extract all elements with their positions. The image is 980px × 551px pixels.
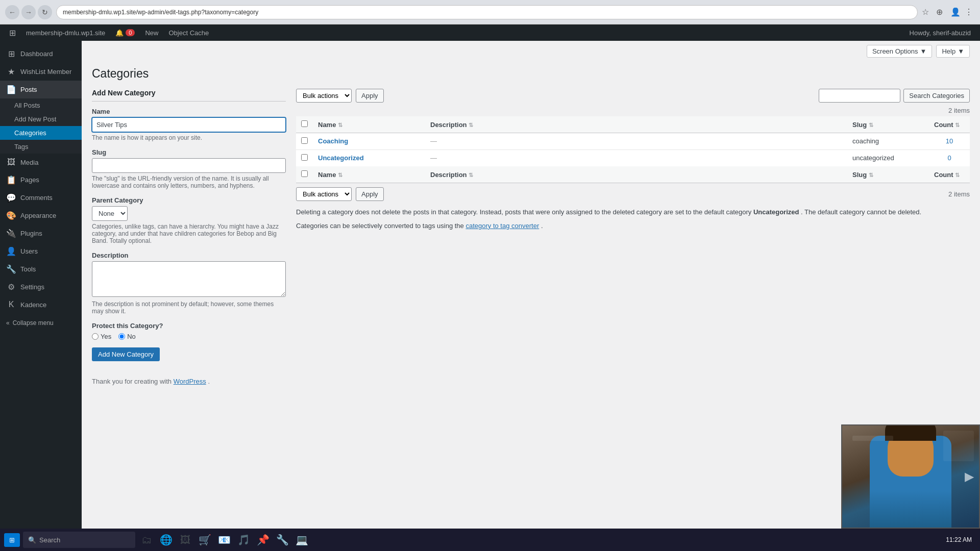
th-checkbox (296, 116, 313, 133)
admin-bar-new[interactable]: New (140, 24, 163, 41)
sidebar-item-dashboard[interactable]: ⊞ Dashboard (0, 45, 82, 63)
taskbar-search[interactable]: 🔍 Search (23, 532, 135, 548)
sidebar-item-settings[interactable]: ⚙ Settings (0, 278, 82, 296)
slug-group: Slug The "slug" is the URL-friendly vers… (92, 148, 286, 189)
taskbar-browser-icon[interactable]: 🌐 (158, 532, 174, 548)
wp-logo[interactable]: ⊞ (4, 24, 21, 41)
apply-top-button[interactable]: Apply (356, 89, 384, 103)
row1-name-link[interactable]: Coaching (318, 137, 348, 145)
sidebar-item-all-posts[interactable]: All Posts (0, 98, 82, 112)
forward-button[interactable]: → (21, 5, 36, 19)
th-count[interactable]: Count ⇅ (929, 116, 970, 133)
taskbar-music-icon[interactable]: 🎵 (235, 532, 252, 548)
windows-icon: ⊞ (9, 536, 15, 544)
collapse-menu[interactable]: « Collapse menu (0, 313, 82, 333)
tfoot-desc-sort: ⇅ (469, 172, 473, 178)
category-notes: Deleting a category does not delete the … (296, 207, 970, 232)
sidebar-item-tools[interactable]: 🔧 Tools (0, 260, 82, 278)
taskbar-explorer-icon[interactable]: 🗂 (138, 532, 155, 548)
wp-admin-bar: ⊞ membership-dmlu.wp1.site 🔔 0 New Objec… (0, 24, 980, 41)
comments-icon: 💬 (6, 193, 16, 203)
wordpress-link[interactable]: WordPress (174, 378, 206, 385)
table-row: Uncategorized — uncategorized 0 (296, 150, 970, 167)
sidebar-item-tags[interactable]: Tags (0, 140, 82, 154)
th-slug[interactable]: Slug ⇅ (847, 116, 929, 133)
sidebar-item-media[interactable]: 🖼 Media (0, 154, 82, 171)
select-all-checkbox-top[interactable] (301, 120, 308, 127)
sidebar-label-users: Users (20, 247, 38, 255)
sidebar-item-users[interactable]: 👤 Users (0, 242, 82, 260)
parent-select[interactable]: None (92, 206, 128, 221)
sidebar-item-pages[interactable]: 📋 Pages (0, 171, 82, 189)
profile-icon[interactable]: 👤 (950, 7, 961, 17)
search-categories-input-box[interactable] (819, 89, 900, 103)
bulk-actions-top: Bulk actions Apply (296, 89, 384, 103)
sidebar-item-kadence[interactable]: K Kadence (0, 296, 82, 313)
dashboard-icon: ⊞ (6, 49, 16, 59)
menu-icon[interactable]: ⋮ (965, 7, 975, 17)
collapse-icon: « (6, 319, 10, 327)
slug-input[interactable] (92, 158, 286, 173)
protect-no-radio[interactable] (118, 333, 125, 340)
taskbar-extra1-icon[interactable]: 📌 (255, 532, 271, 548)
row1-count-link[interactable]: 10 (946, 137, 953, 145)
admin-bar-notifications[interactable]: 🔔 0 (110, 24, 140, 41)
converter-link[interactable]: category to tag converter (465, 222, 539, 230)
start-button[interactable]: ⊞ (4, 533, 20, 547)
search-categories-input[interactable] (819, 89, 900, 103)
row1-checkbox[interactable] (301, 137, 308, 144)
select-all-checkbox-bottom[interactable] (301, 170, 308, 177)
name-input[interactable] (92, 117, 286, 132)
sidebar-label-media: Media (20, 159, 38, 166)
th-description[interactable]: Description ⇅ (425, 116, 847, 133)
taskbar-extra2-icon[interactable]: 🔧 (274, 532, 290, 548)
taskbar-extra3-icon[interactable]: 💻 (293, 532, 310, 548)
parent-group: Parent Category None Categories, unlike … (92, 196, 286, 244)
sidebar-item-plugins[interactable]: 🔌 Plugins (0, 224, 82, 242)
th-name[interactable]: Name ⇅ (313, 116, 425, 133)
apply-bottom-button[interactable]: Apply (356, 187, 384, 201)
sidebar-item-add-new-post[interactable]: Add New Post (0, 112, 82, 126)
slug-hint: The "slug" is the URL-friendly version o… (92, 175, 286, 189)
address-bar[interactable]: membership-dmlu.wp1.site/wp-admin/edit-t… (56, 5, 918, 19)
protect-yes-radio[interactable] (92, 333, 99, 340)
protect-no-text: No (127, 333, 136, 340)
items-count-bottom-display: 2 items (948, 190, 970, 198)
tfoot-slug-sort: ⇅ (869, 172, 873, 178)
row2-name-link[interactable]: Uncategorized (318, 154, 364, 162)
bulk-actions-select-top[interactable]: Bulk actions (296, 89, 352, 103)
tfoot-count-sort: ⇅ (955, 172, 960, 178)
add-category-button[interactable]: Add New Category (92, 347, 160, 361)
sidebar-label-posts: Posts (20, 86, 37, 93)
name-group: Name The name is how it appears on your … (92, 108, 286, 141)
sidebar-item-appearance[interactable]: 🎨 Appearance (0, 207, 82, 224)
items-count-top-display: 2 items (296, 107, 970, 114)
help-button[interactable]: Help ▼ (936, 45, 970, 58)
sidebar-item-wishlist[interactable]: ★ WishList Member (0, 63, 82, 81)
admin-bar-object-cache[interactable]: Object Cache (163, 24, 214, 41)
sidebar-item-posts[interactable]: 📄 Posts (0, 81, 82, 98)
extensions-icon[interactable]: ⊕ (936, 7, 946, 17)
refresh-button[interactable]: ↻ (38, 5, 52, 19)
bulk-actions-select-bottom[interactable]: Bulk actions (296, 187, 352, 201)
back-button[interactable]: ← (5, 5, 19, 19)
description-textarea[interactable] (92, 261, 286, 297)
protect-no-label[interactable]: No (118, 333, 136, 340)
wp-main: ⊞ Dashboard ★ WishList Member 📄 Posts Al… (0, 41, 980, 551)
taskbar-photos-icon[interactable]: 🖼 (177, 532, 193, 548)
search-categories-button[interactable]: Search Categories (903, 89, 970, 103)
bookmark-icon[interactable]: ☆ (922, 7, 932, 17)
admin-bar-site[interactable]: membership-dmlu.wp1.site (21, 24, 110, 41)
converter-note: Categories can be selectively converted … (296, 221, 970, 232)
sidebar-item-comments[interactable]: 💬 Comments (0, 189, 82, 207)
screen-options-button[interactable]: Screen Options ▼ (867, 45, 932, 58)
row2-checkbox[interactable] (301, 154, 308, 161)
row2-count-link[interactable]: 0 (947, 154, 951, 162)
taskbar-store-icon[interactable]: 🛒 (197, 532, 213, 548)
protect-yes-label[interactable]: Yes (92, 333, 111, 340)
desc-sort-icon: ⇅ (469, 122, 473, 128)
form-heading: Add New Category (92, 89, 286, 102)
protect-label: Protect this Category? (92, 322, 286, 330)
sidebar-item-categories[interactable]: Categories (0, 126, 82, 140)
taskbar-mail-icon[interactable]: 📧 (216, 532, 232, 548)
